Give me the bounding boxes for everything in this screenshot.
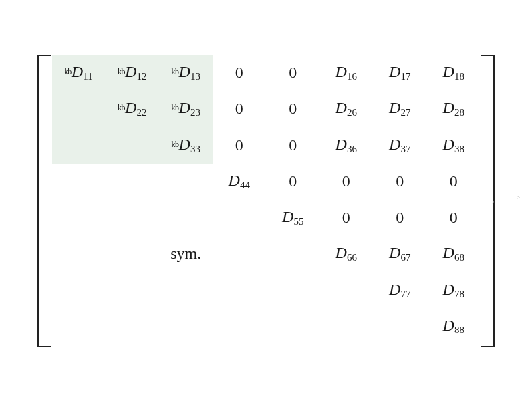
matrix-cell [106,127,160,164]
matrix-cell: 0 [320,200,374,236]
matrix-cell [320,309,374,345]
matrix-cell [106,236,160,273]
matrix-cell: 0 [266,55,320,91]
matrix-cell: 0 [213,127,267,164]
matrix-cell: sym. [159,236,213,273]
matrix-cell [106,200,160,236]
matrix-cell: D68 [427,236,481,273]
matrix-cell [52,164,106,200]
matrix-cell [52,200,106,236]
matrix-cell: D28 [427,91,481,128]
matrix-cell [159,164,213,200]
matrix-row: kbD11kbD12kbD1300D16D17D18 [52,55,480,91]
matrix-cell: D27 [373,91,427,128]
matrix-cell: 0 [427,200,481,236]
matrix-cell: D66 [320,236,374,273]
matrix-cell: kbD22 [106,91,160,128]
matrix-row: sym.D66D67D68 [52,236,480,273]
matrix-cell [266,236,320,273]
matrix-cell: 0 [373,164,427,200]
matrix-cell [52,91,106,128]
matrix-cell [213,272,267,309]
matrix-cell [106,309,160,345]
matrix-row: D77D78 [52,272,480,309]
caret-icon: ▹ [517,193,520,200]
page: kbD11kbD12kbD1300D16D17D18kbD22kbD2300D2… [0,0,532,399]
matrix-cell: kbD11 [52,55,106,91]
matrix-cell [52,236,106,273]
matrix-cell: 0 [373,200,427,236]
matrix-cell [266,309,320,345]
matrix-cell: 0 [320,164,374,200]
matrix-cell: 0 [213,91,267,128]
matrix-cell [320,272,374,309]
matrix-cell [213,309,267,345]
matrix-cell: kbD33 [159,127,213,164]
matrix-cell [106,272,160,309]
matrix-cell: 0 [427,164,481,200]
matrix-cell: D18 [427,55,481,91]
matrix-cell: D55 [266,200,320,236]
matrix-cell [266,272,320,309]
matrix-cell: D37 [373,127,427,164]
matrix-cell: D77 [373,272,427,309]
matrix-cell: D38 [427,127,481,164]
matrix-cell [213,200,267,236]
matrix-row: kbD3300D36D37D38 [52,127,480,164]
matrix-grid: kbD11kbD12kbD1300D16D17D18kbD22kbD2300D2… [52,55,480,344]
matrix-row: D440000 [52,164,480,200]
left-bracket-icon [37,55,51,347]
matrix-cell [106,164,160,200]
matrix-row: D55000 [52,200,480,236]
matrix-cell: 0 [266,127,320,164]
matrix-cell [159,272,213,309]
matrix-cell: 0 [266,91,320,128]
matrix-cell: D26 [320,91,374,128]
matrix-cell: D88 [427,309,481,345]
trailing-comma: , [492,193,495,205]
matrix-cell: D36 [320,127,374,164]
matrix-cell: kbD12 [106,55,160,91]
matrix-cell [159,309,213,345]
matrix-row: D88 [52,309,480,345]
matrix-row: kbD22kbD2300D26D27D28 [52,91,480,128]
matrix-cell: kbD13 [159,55,213,91]
matrix-cell: 0 [213,55,267,91]
matrix-cell: 0 [266,164,320,200]
matrix-cell [52,309,106,345]
matrix-cell: D78 [427,272,481,309]
matrix-cell [52,127,106,164]
matrix-cell: D67 [373,236,427,273]
matrix-cell [373,309,427,345]
matrix-cell [159,200,213,236]
matrix-cell: D44 [213,164,267,200]
matrix-cell: D17 [373,55,427,91]
matrix-cell [52,272,106,309]
matrix-container: kbD11kbD12kbD1300D16D17D18kbD22kbD2300D2… [52,55,480,344]
matrix-cell: kbD23 [159,91,213,128]
matrix-cell [213,236,267,273]
matrix-cell: D16 [320,55,374,91]
